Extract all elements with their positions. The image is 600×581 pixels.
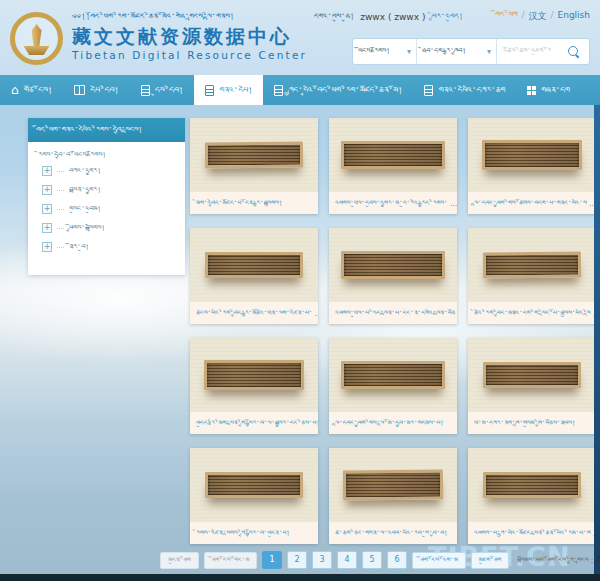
pecha-image [483,251,581,278]
manuscript-card[interactable]: ཚ་ཆག་ཅིང་གཏན་ལ་འབབ་པའི་རབ་ཏུ་བྱ་བ། [329,448,457,544]
search-mode-value: ཞིབ་དག་རྒྱ་ཁྱབ། [422,47,466,56]
lang-separator: / [550,10,553,23]
chevron-down-icon [487,47,491,56]
manuscript-thumbnail [190,338,318,411]
site-title-chinese: 藏文文献资源数据中心 [72,24,307,48]
tab-home[interactable]: གཙོ་ངོས། [0,75,63,105]
pecha-image [482,140,582,170]
expand-plus-icon[interactable] [42,242,52,252]
prev-page-button[interactable]: ཤོག་ངོས་གོང་མ [204,552,258,569]
manuscript-title: ཚེའི་རིག་བྱེད་མཐའ་དག་གི་སྙིང་པོ་བསྡུས་པའ… [468,301,596,324]
tree-connector [57,209,64,210]
tab-journals[interactable]: དུས་དེབ། [130,75,195,105]
manuscript-thumbnail [190,448,318,521]
lang-separator: / [521,10,524,23]
tree-root-all-categories[interactable]: རིགས་དབྱེ་བ་ཡོངས་རྫོགས། [38,151,175,160]
page-button-3[interactable]: 3 [312,551,332,569]
tab-label: གནའ་དཔེའི་དཀར་ཆག [438,85,505,96]
search-input[interactable] [497,39,557,64]
page-button-4[interactable]: 4 [337,551,357,569]
logo-base-icon [24,46,50,55]
first-page-button[interactable]: མདུན་ཤོག [160,552,199,569]
page-bottom-bar [0,574,600,581]
pecha-image [205,141,303,168]
search-button[interactable] [557,39,589,64]
lang-chinese[interactable]: 汉文 [528,10,546,23]
manuscript-card[interactable]: རིགས་འཛིན་སྔགས་ཀྱི་སྦྱོར་བ་བདུན་པ། [190,448,318,544]
page-button-5[interactable]: 5 [362,551,382,569]
search-scope-select[interactable]: ཡོངས་རྫོགས། [353,39,417,64]
total-pages-value: 4147 [596,555,600,565]
manuscript-title: བདུད་རྩི་མིག་སྨན་གྱི་སྦྱོར་བ་ལ་བསྒྱུར་དང… [190,411,318,434]
site-header: ༄༅།།བོད་ཡིག་རིག་མཛོད་ཆེན་མོའི་གཞི་གྲངས་ལ… [0,0,600,75]
manuscript-card[interactable]: ཚངས་པའི་རིག་བྱེད་རྒྱ་མཚོའི་ཡན་ལག་འཛིན་པ་… [190,228,318,324]
manuscript-card[interactable]: འཕགས་པ་ཀླུ་བའི་མཛོད་སྨན་ཆེན་པོའི་རིམ་པ་ཁ… [468,448,596,544]
manuscript-card[interactable]: ལྷ་དབང་ཕྱུག་གིས་ལྷ་མོ་དབྱུ་མར་གདམས་པ། [329,338,457,434]
expand-plus-icon[interactable] [42,223,52,233]
next-page-button[interactable]: ཤོག་ངོས་འོག་མ [412,552,466,569]
lang-tibetan[interactable]: བོད་ཡིག [495,10,518,23]
search-scope-value: ཡོངས་རྫོགས། [358,47,390,56]
manuscript-card[interactable]: ཚེའི་རིག་བྱེད་མཐའ་དག་གི་སྙིང་པོ་བསྡུས་པའ… [468,228,596,324]
book-icon [74,85,85,95]
pagination: མདུན་ཤོག ཤོག་ངོས་གོང་མ 1 2 3 4 5 6 ཤོག་ང… [160,549,600,571]
tree-connector [57,228,64,229]
expand-plus-icon[interactable] [42,204,52,214]
tree-item-kangyur[interactable]: བཀའ་འགྱུར། [42,166,175,176]
manuscript-thumbnail [190,228,318,301]
tab-books[interactable]: དཔེ་དེབ། [63,75,130,105]
tree-connector [57,171,64,172]
manuscript-card[interactable]: ཡ་མ་དཀར་ནག་ཁྲ་གསུམ་གྱི་བཅོས་ཐབས། [468,338,596,434]
manuscript-thumbnail [468,448,596,521]
pecha-image [341,251,445,279]
manuscript-card[interactable]: ལྷ་དབང་ཕྱུག་གིས་ཚོགས་བདག་པ་གནང་བའི་ས ... [468,118,596,214]
logout-link[interactable]: ཕྱིར་འབུད། [431,12,463,22]
manuscript-card[interactable]: མིག་འབྱེད་མཛོད་པ་དོན་རྒྱ་བསྒྲགས། [190,118,318,214]
tree-item-label: བཀའ་འགྱུར། [69,167,101,176]
tree-item-collections[interactable]: ཕྱོགས་བསྒྲིགས། [42,223,175,233]
tree-connector [57,190,64,191]
manuscript-title: མིག་འབྱེད་མཛོད་པ་དོན་རྒྱ་བསྒྲགས། [190,191,318,214]
lang-english[interactable]: English [558,10,591,23]
manuscript-card[interactable]: འཕགས་ཡུལ་དབུས་འགྱུར་མ་ཧུ་རའི་རྒྱུད་རིགས་… [329,118,457,214]
search-icon [568,46,579,57]
tab-label: གཞན་དག [541,85,570,96]
tab-ancient-texts[interactable]: གནའ་དཔེ། [194,75,263,105]
manuscript-card[interactable]: བདུད་རྩི་མིག་སྨན་གྱི་སྦྱོར་བ་ལ་བསྒྱུར་དང… [190,338,318,434]
document-icon [274,85,283,96]
manuscript-thumbnail [329,338,457,411]
document-icon [205,85,214,96]
manuscript-thumbnail [329,448,457,521]
search-mode-select[interactable]: ཞིབ་དག་རྒྱ་ཁྱབ། [417,39,497,64]
site-logo-icon [10,12,63,65]
manuscript-thumbnail [190,118,318,191]
tab-others[interactable]: གཞན་དག [516,75,581,105]
tree-item-label: ཐོར་བུ། [69,243,89,252]
welcome-text: དགའ་བསུ་ཞུ། [314,12,355,22]
manuscript-thumbnail [468,228,596,301]
tree-item-tengyur[interactable]: བསྟན་འགྱུར། [42,185,175,195]
expand-plus-icon[interactable] [42,185,52,195]
tree-item-collected-works[interactable]: གསུང་འབུམ། [42,204,175,214]
pecha-image [483,362,581,388]
manuscript-card[interactable]: འཕགས་ཡུལ་པ་ཉིད་སྨན་པ་དང་ན་དགའི་སྨན་བཅོ .… [329,228,457,324]
expand-plus-icon[interactable] [42,166,52,176]
page-button-2[interactable]: 2 [287,551,307,569]
pecha-image [205,252,303,278]
chevron-down-icon [407,47,411,56]
tab-catalog[interactable]: གནའ་དཔེའི་དཀར་ཆག [413,75,516,105]
pecha-image [341,141,445,169]
page-button-6[interactable]: 6 [387,551,407,569]
language-switcher: བོད་ཡིག / 汉文 / English [495,10,590,23]
tab-label: གཙོ་ངོས། [24,85,53,96]
manuscript-title: འཕགས་ཡུལ་དབུས་འགྱུར་མ་ཧུ་རའི་རྒྱུད་རིགས་… [329,191,457,214]
tab-great-treasury[interactable]: ཀྲུང་ཧྭའི་བོད་ཡིག་རིག་མཛོད་ཆེན་མོ། [263,75,413,105]
last-page-button[interactable]: མཇུག་ཤོག [471,552,510,569]
tree-item-label: གསུང་འབུམ། [69,205,101,214]
tree-item-miscellaneous[interactable]: ཐོར་བུ། [42,242,175,252]
category-sidebar: བོད་ཡིག་གནའ་དཔེའི་རིགས་དབྱེ་སྟངས། རིགས་ད… [28,118,185,275]
manuscript-grid: མིག་འབྱེད་མཛོད་པ་དོན་རྒྱ་བསྒྲགས། འཕགས་ཡུ… [190,118,596,544]
document-icon [424,85,433,96]
page-button-1[interactable]: 1 [262,551,282,569]
manuscript-title: རིགས་འཛིན་སྔགས་ཀྱི་སྦྱོར་བ་བདུན་པ། [190,521,318,544]
